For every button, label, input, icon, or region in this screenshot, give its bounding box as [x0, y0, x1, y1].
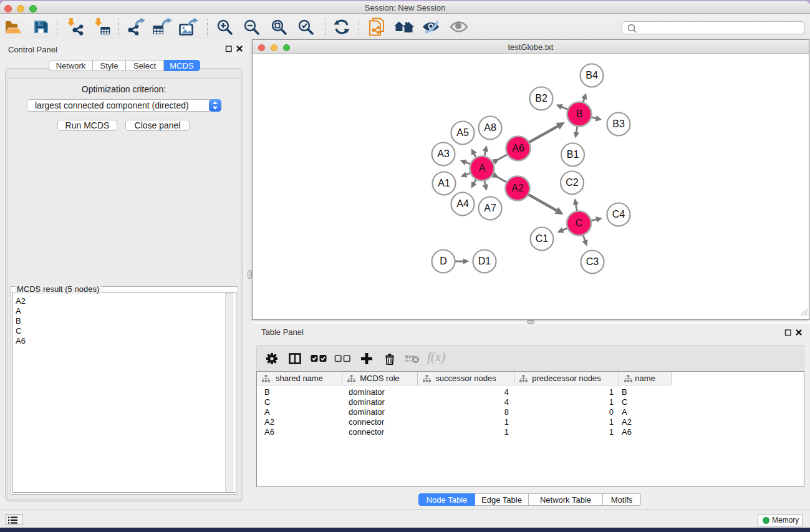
svg-text:C3: C3	[586, 256, 599, 267]
svg-text:D: D	[440, 256, 447, 266]
svg-text:A8: A8	[484, 122, 496, 133]
svg-text:A7: A7	[484, 203, 496, 213]
svg-text:B4: B4	[586, 70, 598, 80]
svg-text:A1: A1	[438, 178, 450, 188]
svg-text:A4: A4	[456, 198, 469, 209]
svg-text:B2: B2	[535, 93, 547, 104]
svg-text:C2: C2	[566, 177, 579, 188]
svg-text:C4: C4	[612, 209, 625, 220]
svg-text:A: A	[479, 163, 486, 173]
svg-text:A5: A5	[456, 127, 469, 138]
svg-text:C1: C1	[536, 233, 549, 244]
svg-text:A6: A6	[512, 143, 524, 153]
svg-text:B3: B3	[612, 118, 625, 129]
svg-text:C: C	[576, 218, 583, 228]
svg-text:A3: A3	[437, 148, 450, 159]
svg-text:A2: A2	[511, 183, 524, 193]
svg-text:D1: D1	[478, 256, 491, 266]
svg-text:B1: B1	[567, 149, 579, 160]
svg-text:B: B	[576, 109, 583, 119]
